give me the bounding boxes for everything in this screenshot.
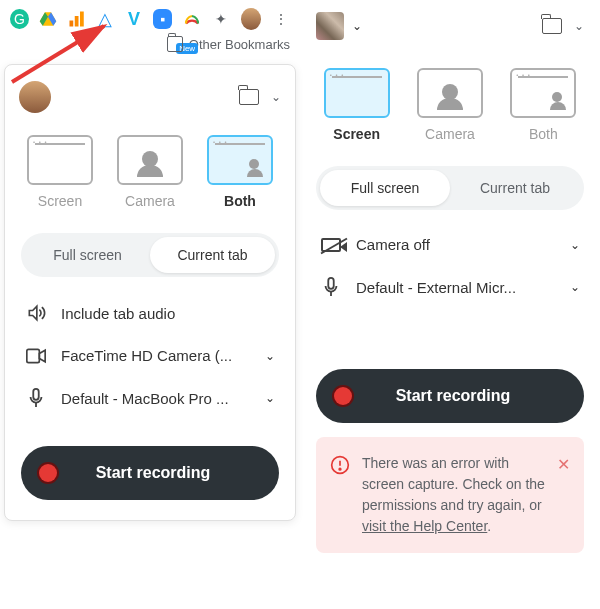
camera-value: Camera off xyxy=(356,236,556,253)
settings-caret-icon[interactable]: ⌄ xyxy=(574,19,584,33)
mode-both-label: Both xyxy=(529,126,558,142)
capture-segment: Full screen Current tab xyxy=(21,233,279,277)
annotation-arrow xyxy=(4,20,124,90)
zoom-icon[interactable]: ▪ xyxy=(153,9,172,29)
segment-full-screen[interactable]: Full screen xyxy=(320,170,450,206)
speaker-icon xyxy=(25,303,47,323)
chevron-down-icon: ⌄ xyxy=(265,349,275,363)
camera-off-icon xyxy=(320,238,342,252)
mode-screen[interactable]: • • • Screen xyxy=(27,135,93,209)
camera-value: FaceTime HD Camera (... xyxy=(61,347,251,364)
chevron-down-icon: ⌄ xyxy=(570,280,580,294)
microphone-icon xyxy=(320,277,342,297)
library-folder-icon[interactable] xyxy=(239,89,259,105)
error-text: There was an error with screen capture. … xyxy=(362,453,545,537)
svg-rect-4 xyxy=(27,349,39,362)
mode-both-label: Both xyxy=(224,193,256,209)
svg-point-8 xyxy=(339,468,341,470)
profile-avatar-icon[interactable] xyxy=(241,8,262,30)
mic-value: Default - External Micr... xyxy=(356,279,556,296)
option-camera-select[interactable]: Camera off ⌄ xyxy=(310,224,590,265)
capture-segment: Full screen Current tab xyxy=(316,166,584,210)
mode-screen[interactable]: • • • Screen xyxy=(324,68,390,142)
close-icon[interactable]: ✕ xyxy=(557,453,570,537)
mode-both[interactable]: • • • Both xyxy=(207,135,273,209)
loom-icon[interactable] xyxy=(182,9,202,29)
help-center-link[interactable]: visit the Help Center xyxy=(362,518,487,534)
mode-screen-label: Screen xyxy=(333,126,380,142)
start-recording-button[interactable]: Start recording xyxy=(316,369,584,423)
microphone-icon xyxy=(25,388,47,408)
mode-screen-label: Screen xyxy=(38,193,82,209)
mode-both[interactable]: • • • Both xyxy=(510,68,576,142)
other-bookmarks-link[interactable]: Other Bookmarks xyxy=(189,37,290,52)
mode-camera-label: Camera xyxy=(125,193,175,209)
segment-current-tab[interactable]: Current tab xyxy=(150,237,275,273)
chevron-down-icon: ⌄ xyxy=(570,238,580,252)
error-banner: There was an error with screen capture. … xyxy=(316,437,584,553)
svg-rect-6 xyxy=(328,278,333,289)
segment-current-tab[interactable]: Current tab xyxy=(450,170,580,206)
recorder-panel-left: ⌄ • • • Screen Camera • • • Both Full sc… xyxy=(4,64,296,521)
mode-camera[interactable]: Camera xyxy=(117,135,183,209)
start-recording-label: Start recording xyxy=(45,464,261,482)
settings-caret-icon[interactable]: ⌄ xyxy=(271,90,281,104)
folder-icon xyxy=(167,36,183,52)
start-recording-label: Start recording xyxy=(340,387,566,405)
mode-camera-label: Camera xyxy=(425,126,475,142)
avatar-caret-icon[interactable]: ⌄ xyxy=(352,19,362,33)
option-mic-select[interactable]: Default - MacBook Pro ... ⌄ xyxy=(15,376,285,420)
library-folder-icon[interactable] xyxy=(542,18,562,34)
option-mic-select[interactable]: Default - External Micr... ⌄ xyxy=(310,265,590,309)
extensions-puzzle-icon[interactable]: ✦ xyxy=(212,9,231,29)
more-menu-icon[interactable]: ⋮ xyxy=(271,9,290,29)
start-recording-button[interactable]: Start recording xyxy=(21,446,279,500)
svg-rect-5 xyxy=(33,389,38,400)
user-avatar[interactable] xyxy=(316,12,344,40)
option-tab-audio[interactable]: Include tab audio xyxy=(15,291,285,335)
mic-value: Default - MacBook Pro ... xyxy=(61,390,251,407)
error-icon xyxy=(330,455,350,537)
mode-camera[interactable]: Camera xyxy=(417,68,483,142)
segment-full-screen[interactable]: Full screen xyxy=(25,237,150,273)
record-mode-row: • • • Screen Camera • • • Both xyxy=(310,58,590,152)
chevron-down-icon: ⌄ xyxy=(265,391,275,405)
svg-line-3 xyxy=(12,26,104,82)
option-camera-select[interactable]: FaceTime HD Camera (... ⌄ xyxy=(15,335,285,376)
tab-audio-label: Include tab audio xyxy=(61,305,275,322)
record-mode-row: • • • Screen Camera • • • Both xyxy=(15,125,285,219)
vimeo-icon[interactable]: V xyxy=(125,9,144,29)
camera-icon xyxy=(25,348,47,364)
